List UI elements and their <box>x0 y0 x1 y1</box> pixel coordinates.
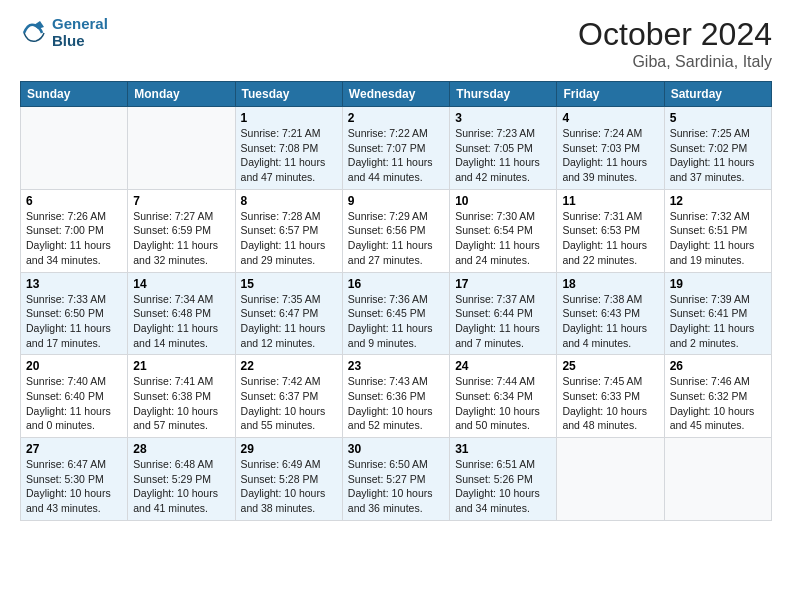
day-number: 23 <box>348 359 444 373</box>
day-info: Sunrise: 7:34 AMSunset: 6:48 PMDaylight:… <box>133 292 229 351</box>
title-block: October 2024 Giba, Sardinia, Italy <box>578 16 772 71</box>
day-info: Sunrise: 7:23 AMSunset: 7:05 PMDaylight:… <box>455 126 551 185</box>
calendar-cell: 20Sunrise: 7:40 AMSunset: 6:40 PMDayligh… <box>21 355 128 438</box>
calendar-cell: 31Sunrise: 6:51 AMSunset: 5:26 PMDayligh… <box>450 438 557 521</box>
calendar-cell: 12Sunrise: 7:32 AMSunset: 6:51 PMDayligh… <box>664 189 771 272</box>
day-number: 13 <box>26 277 122 291</box>
calendar-cell: 11Sunrise: 7:31 AMSunset: 6:53 PMDayligh… <box>557 189 664 272</box>
header-row: SundayMondayTuesdayWednesdayThursdayFrid… <box>21 82 772 107</box>
calendar-cell: 6Sunrise: 7:26 AMSunset: 7:00 PMDaylight… <box>21 189 128 272</box>
day-info: Sunrise: 7:39 AMSunset: 6:41 PMDaylight:… <box>670 292 766 351</box>
day-info: Sunrise: 7:44 AMSunset: 6:34 PMDaylight:… <box>455 374 551 433</box>
day-info: Sunrise: 6:51 AMSunset: 5:26 PMDaylight:… <box>455 457 551 516</box>
day-number: 8 <box>241 194 337 208</box>
calendar-cell: 24Sunrise: 7:44 AMSunset: 6:34 PMDayligh… <box>450 355 557 438</box>
day-number: 31 <box>455 442 551 456</box>
calendar-cell: 8Sunrise: 7:28 AMSunset: 6:57 PMDaylight… <box>235 189 342 272</box>
weekday-header: Sunday <box>21 82 128 107</box>
page: General Blue October 2024 Giba, Sardinia… <box>0 0 792 612</box>
day-number: 21 <box>133 359 229 373</box>
day-number: 3 <box>455 111 551 125</box>
day-number: 26 <box>670 359 766 373</box>
calendar-cell: 4Sunrise: 7:24 AMSunset: 7:03 PMDaylight… <box>557 107 664 190</box>
day-number: 2 <box>348 111 444 125</box>
day-info: Sunrise: 7:33 AMSunset: 6:50 PMDaylight:… <box>26 292 122 351</box>
day-number: 25 <box>562 359 658 373</box>
day-info: Sunrise: 7:25 AMSunset: 7:02 PMDaylight:… <box>670 126 766 185</box>
day-number: 19 <box>670 277 766 291</box>
calendar-week-row: 1Sunrise: 7:21 AMSunset: 7:08 PMDaylight… <box>21 107 772 190</box>
day-info: Sunrise: 7:26 AMSunset: 7:00 PMDaylight:… <box>26 209 122 268</box>
day-info: Sunrise: 7:31 AMSunset: 6:53 PMDaylight:… <box>562 209 658 268</box>
day-number: 1 <box>241 111 337 125</box>
calendar-cell: 28Sunrise: 6:48 AMSunset: 5:29 PMDayligh… <box>128 438 235 521</box>
day-info: Sunrise: 7:41 AMSunset: 6:38 PMDaylight:… <box>133 374 229 433</box>
calendar-cell: 25Sunrise: 7:45 AMSunset: 6:33 PMDayligh… <box>557 355 664 438</box>
calendar-cell: 7Sunrise: 7:27 AMSunset: 6:59 PMDaylight… <box>128 189 235 272</box>
day-info: Sunrise: 7:21 AMSunset: 7:08 PMDaylight:… <box>241 126 337 185</box>
logo-text: General Blue <box>52 16 108 49</box>
calendar-cell: 27Sunrise: 6:47 AMSunset: 5:30 PMDayligh… <box>21 438 128 521</box>
day-info: Sunrise: 7:22 AMSunset: 7:07 PMDaylight:… <box>348 126 444 185</box>
calendar-cell <box>664 438 771 521</box>
day-number: 22 <box>241 359 337 373</box>
weekday-header: Wednesday <box>342 82 449 107</box>
weekday-header: Thursday <box>450 82 557 107</box>
day-info: Sunrise: 6:49 AMSunset: 5:28 PMDaylight:… <box>241 457 337 516</box>
day-info: Sunrise: 7:35 AMSunset: 6:47 PMDaylight:… <box>241 292 337 351</box>
calendar-week-row: 6Sunrise: 7:26 AMSunset: 7:00 PMDaylight… <box>21 189 772 272</box>
day-number: 20 <box>26 359 122 373</box>
day-number: 17 <box>455 277 551 291</box>
day-number: 16 <box>348 277 444 291</box>
calendar-cell: 26Sunrise: 7:46 AMSunset: 6:32 PMDayligh… <box>664 355 771 438</box>
day-info: Sunrise: 7:38 AMSunset: 6:43 PMDaylight:… <box>562 292 658 351</box>
calendar-cell: 1Sunrise: 7:21 AMSunset: 7:08 PMDaylight… <box>235 107 342 190</box>
day-info: Sunrise: 7:37 AMSunset: 6:44 PMDaylight:… <box>455 292 551 351</box>
calendar-cell: 15Sunrise: 7:35 AMSunset: 6:47 PMDayligh… <box>235 272 342 355</box>
month-title: October 2024 <box>578 16 772 53</box>
day-number: 7 <box>133 194 229 208</box>
day-number: 28 <box>133 442 229 456</box>
day-info: Sunrise: 6:48 AMSunset: 5:29 PMDaylight:… <box>133 457 229 516</box>
calendar-table: SundayMondayTuesdayWednesdayThursdayFrid… <box>20 81 772 521</box>
day-info: Sunrise: 7:42 AMSunset: 6:37 PMDaylight:… <box>241 374 337 433</box>
calendar-cell: 10Sunrise: 7:30 AMSunset: 6:54 PMDayligh… <box>450 189 557 272</box>
day-info: Sunrise: 6:47 AMSunset: 5:30 PMDaylight:… <box>26 457 122 516</box>
day-info: Sunrise: 7:28 AMSunset: 6:57 PMDaylight:… <box>241 209 337 268</box>
day-number: 4 <box>562 111 658 125</box>
day-number: 30 <box>348 442 444 456</box>
weekday-header: Monday <box>128 82 235 107</box>
calendar-cell: 29Sunrise: 6:49 AMSunset: 5:28 PMDayligh… <box>235 438 342 521</box>
day-number: 12 <box>670 194 766 208</box>
location-title: Giba, Sardinia, Italy <box>578 53 772 71</box>
calendar-week-row: 13Sunrise: 7:33 AMSunset: 6:50 PMDayligh… <box>21 272 772 355</box>
day-info: Sunrise: 7:29 AMSunset: 6:56 PMDaylight:… <box>348 209 444 268</box>
calendar-week-row: 20Sunrise: 7:40 AMSunset: 6:40 PMDayligh… <box>21 355 772 438</box>
day-number: 18 <box>562 277 658 291</box>
weekday-header: Tuesday <box>235 82 342 107</box>
calendar-cell <box>557 438 664 521</box>
calendar-cell: 19Sunrise: 7:39 AMSunset: 6:41 PMDayligh… <box>664 272 771 355</box>
calendar-cell: 17Sunrise: 7:37 AMSunset: 6:44 PMDayligh… <box>450 272 557 355</box>
logo: General Blue <box>20 16 108 49</box>
calendar-cell: 3Sunrise: 7:23 AMSunset: 7:05 PMDaylight… <box>450 107 557 190</box>
calendar-cell: 16Sunrise: 7:36 AMSunset: 6:45 PMDayligh… <box>342 272 449 355</box>
calendar-cell: 22Sunrise: 7:42 AMSunset: 6:37 PMDayligh… <box>235 355 342 438</box>
calendar-cell: 23Sunrise: 7:43 AMSunset: 6:36 PMDayligh… <box>342 355 449 438</box>
calendar-cell: 21Sunrise: 7:41 AMSunset: 6:38 PMDayligh… <box>128 355 235 438</box>
weekday-header: Friday <box>557 82 664 107</box>
day-number: 9 <box>348 194 444 208</box>
calendar-cell: 9Sunrise: 7:29 AMSunset: 6:56 PMDaylight… <box>342 189 449 272</box>
day-info: Sunrise: 6:50 AMSunset: 5:27 PMDaylight:… <box>348 457 444 516</box>
calendar-cell <box>21 107 128 190</box>
day-number: 6 <box>26 194 122 208</box>
day-number: 11 <box>562 194 658 208</box>
logo-icon <box>20 19 48 47</box>
day-number: 5 <box>670 111 766 125</box>
day-number: 24 <box>455 359 551 373</box>
calendar-cell: 2Sunrise: 7:22 AMSunset: 7:07 PMDaylight… <box>342 107 449 190</box>
day-info: Sunrise: 7:30 AMSunset: 6:54 PMDaylight:… <box>455 209 551 268</box>
day-info: Sunrise: 7:46 AMSunset: 6:32 PMDaylight:… <box>670 374 766 433</box>
day-info: Sunrise: 7:40 AMSunset: 6:40 PMDaylight:… <box>26 374 122 433</box>
weekday-header: Saturday <box>664 82 771 107</box>
